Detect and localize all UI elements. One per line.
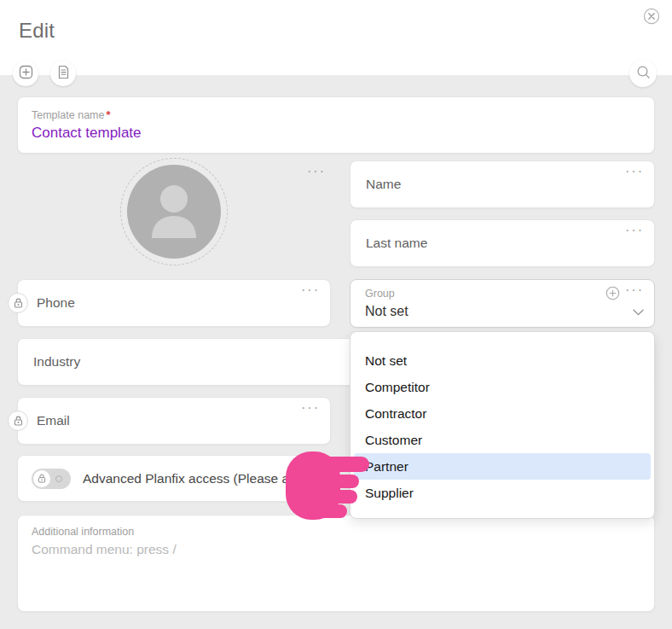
dropdown-option-customer[interactable]: Customer (354, 427, 651, 453)
dropdown-option-not-set[interactable]: Not set (354, 347, 651, 374)
group-dropdown: Not set Competitor Contractor Customer P… (350, 331, 655, 519)
chevron-down-icon[interactable] (633, 304, 644, 319)
lock-icon (8, 293, 28, 313)
document-icon (57, 65, 70, 83)
template-name-field[interactable]: Template name* Contact template (17, 96, 655, 154)
template-notes-button[interactable] (50, 61, 76, 86)
name-menu-dots[interactable]: ··· (625, 167, 644, 176)
toggle-knob-ring (55, 475, 62, 482)
last-name-placeholder: Last name (366, 236, 427, 251)
group-label: Group (365, 288, 395, 300)
plus-icon[interactable] (605, 286, 620, 304)
advanced-access-label: Advanced Planfix access (Please add an (83, 471, 322, 486)
search-button[interactable] (629, 60, 657, 87)
email-menu-dots[interactable]: ··· (301, 404, 320, 412)
required-mark: * (106, 108, 110, 121)
last-name-field[interactable]: Last name ··· (350, 219, 655, 267)
group-value[interactable]: Not set (365, 304, 408, 319)
advanced-access-toggle[interactable] (32, 469, 71, 489)
email-field[interactable]: Email ··· (17, 397, 331, 445)
add-template-button[interactable] (13, 61, 38, 86)
close-icon[interactable] (643, 8, 660, 25)
additional-info-placeholder: Command menu: press / (32, 542, 640, 557)
group-menu-dots[interactable]: ··· (625, 286, 644, 294)
name-field[interactable]: Name ··· (350, 160, 655, 208)
phone-placeholder: Phone (37, 295, 75, 311)
last-name-menu-dots[interactable]: ··· (625, 226, 644, 235)
email-placeholder: Email (37, 413, 70, 428)
person-icon (127, 165, 221, 259)
avatar-upload[interactable] (120, 158, 228, 265)
avatar (127, 165, 221, 259)
template-name-value[interactable]: Contact template (32, 125, 640, 142)
dropdown-option-competitor[interactable]: Competitor (354, 374, 651, 400)
group-field[interactable]: Group Not set ··· (350, 279, 655, 328)
lock-icon (8, 411, 28, 431)
phone-menu-dots[interactable]: ··· (301, 286, 320, 294)
dropdown-option-contractor[interactable]: Contractor (354, 400, 651, 427)
add-template-icon (19, 65, 33, 83)
search-icon (636, 65, 651, 83)
lock-icon (33, 470, 50, 487)
page-title: Edit (19, 19, 55, 43)
template-name-label: Template name (32, 109, 104, 121)
avatar-menu-dots[interactable]: ··· (307, 167, 326, 176)
additional-info-label: Additional information (32, 526, 640, 538)
edit-template-dialog: Edit (0, 0, 672, 629)
name-placeholder: Name (366, 177, 401, 192)
dropdown-option-partner[interactable]: Partner (354, 453, 651, 480)
dropdown-option-supplier[interactable]: Supplier (354, 480, 651, 506)
additional-info-field[interactable]: Additional information Command menu: pre… (17, 515, 655, 612)
industry-placeholder: Industry (33, 354, 80, 370)
advanced-access-row: Advanced Planfix access (Please add an (17, 455, 331, 502)
phone-field[interactable]: Phone ··· (17, 279, 331, 327)
